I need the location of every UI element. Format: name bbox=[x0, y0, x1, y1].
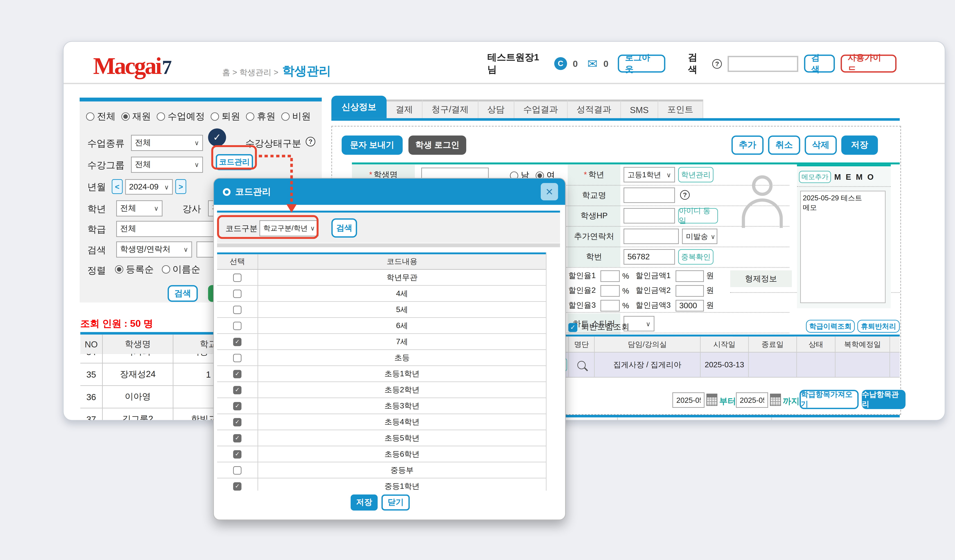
period-to-input[interactable] bbox=[736, 392, 768, 408]
code-checkbox[interactable] bbox=[233, 273, 242, 282]
month-select[interactable]: 2024-09∨ bbox=[125, 179, 173, 195]
code-row[interactable]: 초등3학년 bbox=[217, 398, 546, 414]
code-row[interactable]: 6세 bbox=[217, 318, 546, 334]
prev-month-button[interactable]: < bbox=[112, 179, 123, 194]
status-radio[interactable]: 재원 bbox=[121, 110, 151, 123]
tab[interactable]: 신상정보 bbox=[331, 96, 387, 118]
tab[interactable]: 청구/결제 bbox=[423, 100, 478, 118]
radio-icon[interactable] bbox=[161, 265, 170, 274]
modal-save-button[interactable]: 저장 bbox=[351, 494, 377, 510]
student-no-input[interactable] bbox=[624, 249, 675, 265]
radio-icon[interactable] bbox=[157, 112, 165, 121]
leave-process-button[interactable]: 휴퇴반처리 bbox=[857, 320, 900, 333]
magnifier-icon[interactable] bbox=[578, 361, 586, 369]
grade-filter-select[interactable]: 전체∨ bbox=[116, 200, 163, 216]
code-checkbox[interactable] bbox=[233, 418, 242, 426]
code-row[interactable]: 초등4학년 bbox=[217, 414, 546, 430]
save-button[interactable]: 저장 bbox=[841, 135, 878, 155]
tab[interactable]: 포인트 bbox=[658, 100, 703, 118]
same-id-button[interactable]: 아이디 동일 bbox=[678, 208, 718, 224]
memo-textarea[interactable]: 2025-05-29 테스트 메모 bbox=[800, 191, 886, 303]
code-checkbox[interactable] bbox=[233, 321, 242, 330]
tab[interactable]: SMS bbox=[621, 100, 658, 118]
add-button[interactable]: 추가 bbox=[731, 135, 764, 155]
code-checkbox[interactable] bbox=[233, 305, 242, 314]
panel-search-button[interactable]: 검색 bbox=[168, 285, 198, 302]
discount-rate-input[interactable] bbox=[601, 285, 620, 296]
dup-check-button[interactable]: 중복확인 bbox=[678, 249, 714, 265]
discount-rate-input[interactable] bbox=[601, 300, 620, 311]
global-search-input[interactable] bbox=[728, 56, 798, 72]
radio-icon[interactable] bbox=[115, 265, 124, 274]
delete-button[interactable]: 삭제 bbox=[805, 135, 837, 155]
breadcrumb-current[interactable]: 학생관리 bbox=[282, 64, 331, 78]
include-closed-checkbox[interactable]: ✓ bbox=[568, 323, 578, 332]
status-radio[interactable]: 전체 bbox=[86, 110, 116, 123]
memo-add-button[interactable]: 메모추가 bbox=[799, 171, 831, 183]
code-row[interactable]: 4세 bbox=[217, 286, 546, 302]
class-type-select[interactable]: 전체∨ bbox=[131, 135, 203, 151]
code-checkbox[interactable] bbox=[233, 450, 242, 458]
tab[interactable]: 수업결과 bbox=[514, 100, 567, 118]
status-radio[interactable]: 수업예정 bbox=[157, 110, 205, 123]
calendar-icon[interactable] bbox=[706, 394, 717, 406]
radio-icon[interactable] bbox=[246, 112, 254, 121]
send-status-select[interactable]: 미발송∨ bbox=[682, 228, 717, 244]
status-radio[interactable]: 퇴원 bbox=[211, 110, 240, 123]
modal-search-button[interactable]: 검색 bbox=[331, 218, 357, 238]
sort-radio[interactable]: 등록순 bbox=[115, 263, 154, 275]
code-row[interactable]: 5세 bbox=[217, 302, 546, 318]
message-icon[interactable]: ✉ bbox=[587, 58, 598, 70]
code-row[interactable]: 초등 bbox=[217, 350, 546, 366]
search-type-select[interactable]: 학생명/연락처∨ bbox=[116, 241, 192, 258]
discount-rate-input[interactable] bbox=[601, 270, 620, 282]
code-row[interactable]: 초등1학년 bbox=[217, 366, 546, 382]
tab[interactable]: 상담 bbox=[478, 100, 514, 118]
code-row[interactable]: 학년무관 bbox=[217, 270, 546, 286]
code-row[interactable]: 초등6학년 bbox=[217, 446, 546, 462]
import-class-items-button[interactable]: 학급항목가져오기 bbox=[800, 390, 858, 409]
logout-button[interactable]: 로그아웃 bbox=[618, 55, 665, 73]
hp-input[interactable] bbox=[624, 208, 675, 224]
code-row[interactable]: 7세 bbox=[217, 334, 546, 350]
status-help-icon[interactable]: ? bbox=[305, 137, 315, 146]
code-row[interactable]: 중등1학년 bbox=[217, 479, 546, 491]
status-radio[interactable]: 비원 bbox=[281, 110, 311, 123]
code-type-select[interactable]: 학교구분/학년∨ bbox=[259, 220, 318, 236]
help-icon[interactable]: ? bbox=[712, 59, 722, 68]
tab[interactable]: 성적결과 bbox=[567, 100, 621, 118]
extra-contact-input[interactable] bbox=[624, 228, 679, 244]
code-checkbox[interactable] bbox=[233, 354, 242, 362]
radio-icon[interactable] bbox=[86, 112, 94, 121]
code-checkbox[interactable] bbox=[233, 289, 242, 298]
code-checkbox[interactable] bbox=[233, 402, 242, 410]
grade-select[interactable]: 고등1학년∨ bbox=[624, 167, 675, 182]
code-checkbox[interactable] bbox=[233, 466, 242, 474]
code-manage-button[interactable]: 코드관리 bbox=[216, 154, 253, 170]
code-checkbox[interactable] bbox=[233, 386, 242, 394]
code-checkbox[interactable] bbox=[233, 482, 242, 490]
send-sms-button[interactable]: 문자 보내기 bbox=[342, 135, 402, 155]
code-checkbox[interactable] bbox=[233, 338, 242, 346]
user-guide-button[interactable]: 사용가이드 bbox=[841, 55, 897, 73]
calendar-icon[interactable] bbox=[770, 394, 781, 406]
coin-icon[interactable]: C bbox=[554, 57, 567, 70]
school-input[interactable] bbox=[624, 188, 675, 203]
status-radio[interactable]: 휴원 bbox=[246, 110, 276, 123]
tab[interactable]: 결제 bbox=[387, 100, 423, 118]
code-row[interactable]: 중등부 bbox=[217, 462, 546, 479]
student-login-button[interactable]: 학생 로그인 bbox=[409, 135, 466, 155]
sort-radio[interactable]: 이름순 bbox=[161, 263, 200, 275]
radio-icon[interactable] bbox=[211, 112, 219, 121]
billing-items-button[interactable]: 수납항목관리 bbox=[862, 390, 905, 409]
discount-amount-input[interactable] bbox=[675, 300, 704, 311]
grade-manage-button[interactable]: 학년관리 bbox=[678, 167, 714, 182]
next-month-button[interactable]: > bbox=[175, 179, 186, 194]
code-row[interactable]: 초등2학년 bbox=[217, 382, 546, 398]
radio-icon[interactable] bbox=[121, 112, 130, 121]
code-checkbox[interactable] bbox=[233, 369, 242, 378]
discount-amount-input[interactable] bbox=[675, 285, 704, 296]
school-help-icon[interactable]: ? bbox=[680, 190, 690, 200]
class-history-button[interactable]: 학급이력조회 bbox=[806, 320, 855, 333]
modal-close-button[interactable]: ✕ bbox=[541, 183, 558, 200]
